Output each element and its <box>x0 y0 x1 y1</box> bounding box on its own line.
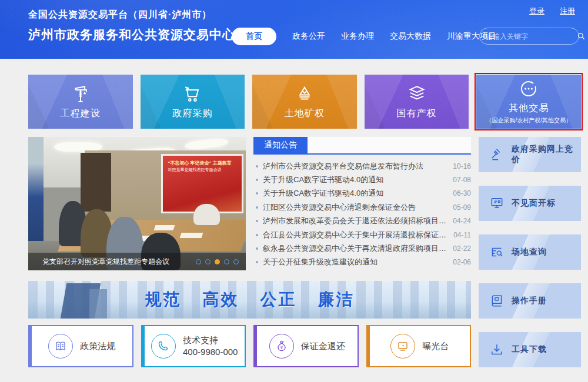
phone-icon <box>151 334 176 358</box>
card-label: 其他交易 <box>509 102 549 115</box>
nav-home[interactable]: 首页 <box>232 28 276 45</box>
manual-book-icon <box>489 293 505 309</box>
notice-date: 04-11 <box>453 231 471 239</box>
tools-download-label: 工具下载 <box>512 344 547 355</box>
carousel-dot-5[interactable] <box>233 259 239 264</box>
gavel-icon <box>489 147 505 162</box>
tools-download-button[interactable]: 工具下载 <box>479 332 581 367</box>
notice-list: 泸州市公共资源交易平台交易信息发布暂行办法10-16 关于升级CA数字证书驱动4… <box>253 155 471 269</box>
notice-item[interactable]: 关于公开征集升级改造建议的通知02-06 <box>253 256 471 269</box>
notice-date: 07-08 <box>453 176 471 184</box>
bullet-icon <box>256 261 258 263</box>
policy-box[interactable]: 政策法规 <box>28 325 133 367</box>
photo-paper <box>180 233 203 238</box>
notice-date: 04-24 <box>453 217 471 225</box>
card-land-mining[interactable]: 土地矿权 <box>252 75 357 129</box>
notice-item[interactable]: 叙永县公共资源交易中心关于再次清退政府采购项目遗...02-22 <box>253 242 471 255</box>
support-box[interactable]: 技术支持 400-9980-000 <box>141 325 246 367</box>
carousel-dot-3[interactable] <box>215 259 220 264</box>
bullet-icon <box>256 234 258 236</box>
notice-title: 泸州市发展和改革委员会关于退还依法必须招标项目历... <box>263 216 447 226</box>
notice-title: 关于公开征集升级改造建议的通知 <box>263 257 447 267</box>
notice-item[interactable]: 合江县公共资源交易中心关于集中开展清退投标保证金...04-11 <box>253 228 471 242</box>
slogan-words: 规范 高效 公正 廉洁 <box>28 281 471 319</box>
policy-label: 政策法规 <box>80 340 115 352</box>
notice-date: 02-06 <box>453 258 471 266</box>
card-label: 工程建设 <box>61 108 101 120</box>
notice-date: 06-30 <box>453 189 471 197</box>
venue-inquiry-button[interactable]: 场地查询 <box>479 234 581 270</box>
main-nav: 首页 政务公开 业务办理 交易大数据 川渝重大项目 <box>232 28 496 45</box>
slide-subtitle: 对照党章党规找差距专题会议 <box>168 167 238 173</box>
site-title: 泸州市政务服务和公共资源交易中心 <box>28 26 235 43</box>
online-bidding-label: 政府采购网上竞价 <box>512 144 581 165</box>
card-label: 土地矿权 <box>285 108 325 120</box>
bullet-icon <box>256 165 258 167</box>
bullet-icon <box>256 206 258 209</box>
site-titles: 全国公共资源交易平台（四川省·泸州市） 泸州市政务服务和公共资源交易中心 <box>28 9 235 43</box>
photo-speaker <box>193 204 219 225</box>
tool-sidebar: 政府采购网上竞价 不见面开标 场地查询 操作手册 工具下载 <box>479 137 581 367</box>
support-label: 技术支持 <box>183 334 238 346</box>
mountain-icon <box>295 84 315 104</box>
category-cards: 工程建设 政府采购 土地矿权 国有产权 其他交易 （国企采购/农村产权/其他交易… <box>28 75 581 129</box>
card-sublabel: （国企采购/农村产权/其他交易） <box>486 116 572 125</box>
layers-icon <box>407 84 427 104</box>
venue-inquiry-label: 场地查询 <box>512 247 547 257</box>
news-carousel[interactable]: “不忘初心 牢记使命” 主题教育 对照党章党规找差距专题会议 党支 <box>28 137 246 270</box>
photo-projector-screen: “不忘初心 牢记使命” 主题教育 对照党章党规找差距专题会议 <box>163 156 241 212</box>
money-bag-icon: ¥ <box>269 334 294 358</box>
notice-title: 关于升级CA数字证书驱动4.0的通知 <box>263 188 447 199</box>
remote-bid-opening-button[interactable]: 不见面开标 <box>479 186 581 221</box>
slogan-word: 廉洁 <box>318 289 355 311</box>
support-text: 技术支持 400-9980-000 <box>183 334 238 358</box>
card-label: 政府采购 <box>172 108 212 120</box>
site-header: 登录 注册 全国公共资源交易平台（四川省·泸州市） 泸州市政务服务和公共资源交易… <box>0 0 588 59</box>
online-bidding-button[interactable]: 政府采购网上竞价 <box>479 137 581 172</box>
search-icon[interactable] <box>577 32 586 41</box>
notice-title: 泸州市公共资源交易平台交易信息发布暂行办法 <box>263 161 447 172</box>
manual-button[interactable]: 操作手册 <box>479 283 581 319</box>
exposure-label: 曝光台 <box>422 340 449 352</box>
venue-search-icon <box>489 244 505 260</box>
notice-header: 通知公告 <box>253 137 471 155</box>
card-state-assets[interactable]: 国有产权 <box>365 75 469 129</box>
exposure-monitor-icon <box>390 334 415 358</box>
manual-label: 操作手册 <box>512 296 547 306</box>
carousel-dots <box>196 259 239 264</box>
carousel-caption-bar: 党支部召开对照党章党规找差距专题会议 <box>28 253 246 270</box>
nav-big-data[interactable]: 交易大数据 <box>390 28 431 45</box>
card-engineering[interactable]: 工程建设 <box>28 75 133 129</box>
bullet-icon <box>256 192 258 195</box>
login-link[interactable]: 登录 <box>529 6 544 16</box>
carousel-dot-4[interactable] <box>224 259 229 264</box>
bullet-icon <box>256 247 258 250</box>
notice-item[interactable]: 泸州市公共资源交易平台交易信息发布暂行办法10-16 <box>253 159 471 173</box>
svg-text:¥: ¥ <box>280 345 283 350</box>
notice-item[interactable]: 江阳区公共资源交易中心清退剩余保证金公告05-09 <box>253 200 471 214</box>
nav-business[interactable]: 业务办理 <box>341 28 374 45</box>
search-input[interactable] <box>486 32 577 41</box>
notice-item[interactable]: 关于升级CA数字证书驱动4.0的通知07-08 <box>253 173 471 186</box>
slide-title: “不忘初心 牢记使命” 主题教育 <box>168 160 238 167</box>
card-other-trades[interactable]: 其他交易 （国企采购/农村产权/其他交易） <box>476 75 581 129</box>
carousel-dot-1[interactable] <box>196 259 201 264</box>
more-circle-icon <box>519 79 539 99</box>
card-gov-procurement[interactable]: 政府采购 <box>141 75 245 129</box>
remote-bid-opening-label: 不见面开标 <box>512 198 556 209</box>
search-box <box>479 28 579 45</box>
deposit-refund-box[interactable]: ¥ 保证金退还 <box>253 325 359 367</box>
tab-notices[interactable]: 通知公告 <box>253 137 308 153</box>
nav-gov-info[interactable]: 政务公开 <box>292 28 325 45</box>
slogan-word: 公正 <box>260 289 297 311</box>
exposure-box[interactable]: 曝光台 <box>366 325 472 367</box>
register-link[interactable]: 注册 <box>560 6 575 16</box>
notice-item[interactable]: 泸州市发展和改革委员会关于退还依法必须招标项目历...04-24 <box>253 215 471 228</box>
notice-item[interactable]: 关于升级CA数字证书驱动4.0的通知06-30 <box>253 187 471 200</box>
bullet-icon <box>256 220 258 222</box>
photo-wall-panel <box>81 153 111 212</box>
notice-title: 合江县公共资源交易中心关于集中开展清退投标保证金... <box>263 230 447 240</box>
carousel-caption[interactable]: 党支部召开对照党章党规找差距专题会议 <box>42 257 196 267</box>
account-links: 登录 注册 <box>529 6 575 16</box>
carousel-dot-2[interactable] <box>205 259 211 264</box>
